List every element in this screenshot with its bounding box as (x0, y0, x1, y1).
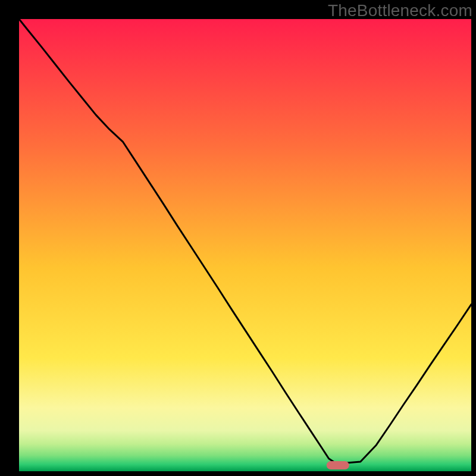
bottleneck-chart: TheBottleneck.com (0, 0, 476, 476)
chart-svg (0, 0, 476, 476)
watermark-text: TheBottleneck.com (328, 1, 472, 20)
optimal-marker (327, 461, 349, 469)
